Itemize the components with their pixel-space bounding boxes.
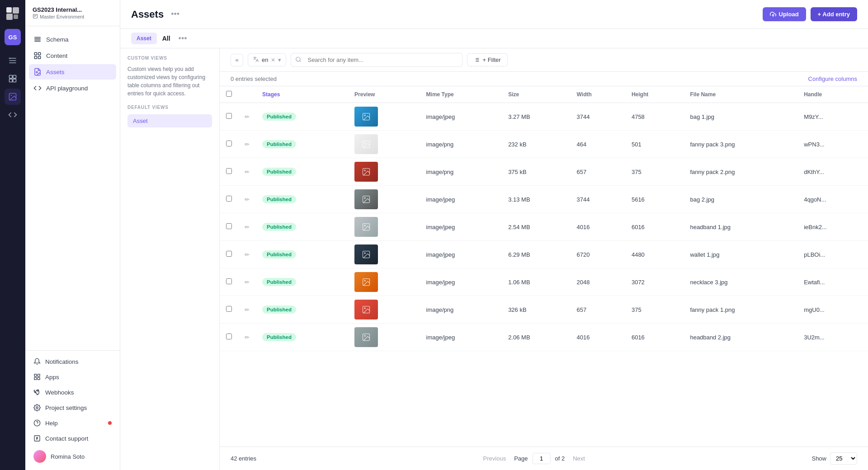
title-more-button[interactable]: ••• (168, 8, 182, 21)
svg-rect-8 (13, 79, 16, 82)
lang-remove-button[interactable]: ✕ (271, 57, 275, 63)
row-height: 3072 (625, 268, 684, 296)
row-checkbox[interactable] (226, 113, 232, 119)
stage-badge: Published (262, 250, 296, 258)
col-height: Height (625, 86, 684, 103)
sidebar-item-api[interactable]: API playground (29, 80, 116, 96)
row-mime: image/png (420, 158, 502, 186)
lang-code: en (262, 56, 268, 63)
entries-header: 0 entries selected Configure columns (220, 72, 868, 86)
row-edit-icon[interactable]: ✏ (245, 196, 250, 203)
svg-rect-0 (6, 7, 12, 13)
row-checkbox[interactable] (226, 334, 232, 339)
row-width: 657 (571, 296, 625, 324)
pagination-center: Previous Page of 2 Next (480, 453, 589, 464)
svg-rect-3 (14, 14, 18, 19)
sidebar-item-assets[interactable]: Assets (29, 64, 116, 80)
previous-page-button[interactable]: Previous (480, 453, 510, 464)
row-edit-icon[interactable]: ✏ (245, 224, 250, 230)
filter-button[interactable]: + Filter (467, 53, 507, 66)
preview-thumbnail (354, 134, 378, 154)
next-page-button[interactable]: Next (569, 453, 589, 464)
sidebar-item-help[interactable]: Help (29, 416, 116, 430)
row-edit-icon[interactable]: ✏ (245, 251, 250, 258)
sidebar-item-content[interactable]: Content (29, 48, 116, 63)
row-width: 4016 (571, 324, 625, 351)
custom-views-description: Custom views help you add customized vie… (127, 65, 212, 98)
row-stage: Published (256, 103, 348, 131)
user-profile-row[interactable]: Romina Soto (29, 446, 116, 466)
row-edit-icon[interactable]: ✏ (245, 306, 250, 313)
row-edit-icon[interactable]: ✏ (245, 141, 250, 148)
sidebar-item-webhooks[interactable]: Webhooks (29, 385, 116, 400)
row-width: 6720 (571, 241, 625, 268)
row-checkbox[interactable] (226, 278, 232, 284)
lang-dropdown-button[interactable]: ▾ (278, 56, 281, 63)
sidebar-schema-icon[interactable] (5, 52, 21, 69)
sidebar-item-project-settings[interactable]: Project settings (29, 400, 116, 415)
preview-thumbnail (354, 107, 378, 127)
translate-icon (253, 56, 259, 64)
row-width: 3744 (571, 103, 625, 131)
row-edit-icon[interactable]: ✏ (245, 279, 250, 286)
row-checkbox-cell (220, 296, 238, 324)
tab-asset[interactable]: Asset (131, 33, 157, 44)
row-edit-cell: ✏ (238, 103, 256, 131)
row-checkbox[interactable] (226, 223, 232, 229)
col-size: Size (502, 86, 570, 103)
table-row: ✏ Published image/jpeg 6.29 MB 6720 4480… (220, 241, 868, 268)
total-pages: of 2 (555, 455, 565, 462)
row-stage: Published (256, 324, 348, 351)
sidebar-item-schema[interactable]: Schema (29, 32, 116, 47)
svg-point-50 (364, 308, 366, 309)
row-edit-icon[interactable]: ✏ (245, 169, 250, 175)
row-filename: fanny pack 1.png (684, 296, 797, 324)
row-preview (348, 103, 420, 131)
add-entry-button[interactable]: + Add entry (811, 7, 857, 21)
svg-rect-20 (38, 377, 40, 380)
page-input[interactable] (533, 453, 551, 464)
row-mime: image/jpeg (420, 241, 502, 268)
row-preview (348, 296, 420, 324)
tab-bar: Asset All ••• (120, 29, 868, 48)
row-width: 2048 (571, 268, 625, 296)
sidebar-content-icon[interactable] (5, 70, 21, 87)
collapse-panel-button[interactable]: « (231, 54, 243, 66)
sidebar-assets-icon[interactable] (5, 89, 21, 105)
svg-rect-19 (38, 374, 40, 376)
show-select[interactable]: 25 50 100 (830, 452, 857, 465)
row-checkbox[interactable] (226, 196, 232, 202)
sidebar-item-apps[interactable]: Apps (29, 370, 116, 384)
row-handle: Ewtafi... (797, 268, 868, 296)
row-checkbox[interactable] (226, 251, 232, 257)
tab-more-button[interactable]: ••• (176, 32, 190, 45)
row-checkbox[interactable] (226, 168, 232, 174)
row-handle: 4qgoN... (797, 186, 868, 213)
upload-button[interactable]: Upload (763, 7, 806, 21)
row-checkbox[interactable] (226, 306, 232, 312)
select-all-checkbox[interactable] (226, 91, 232, 97)
row-checkbox[interactable] (226, 141, 232, 146)
total-entries: 42 entries (231, 455, 256, 462)
sidebar-item-notifications[interactable]: Notifications (29, 354, 116, 369)
sidebar-item-contact-support[interactable]: Contact support (29, 431, 116, 446)
row-checkbox-cell (220, 158, 238, 186)
search-input[interactable] (291, 53, 462, 67)
pagination-right: Show 25 50 100 (811, 452, 857, 465)
custom-views-title: CUSTOM VIEWS (127, 56, 212, 61)
row-size: 1.06 MB (502, 268, 570, 296)
configure-columns-link[interactable]: Configure columns (808, 75, 857, 82)
workspace-avatar[interactable]: GS (5, 29, 21, 45)
row-mime: image/jpeg (420, 213, 502, 241)
preview-thumbnail (354, 327, 378, 347)
default-view-asset[interactable]: Asset (127, 114, 212, 127)
row-edit-icon[interactable]: ✏ (245, 113, 250, 120)
sidebar-api-icon[interactable] (5, 107, 21, 123)
stage-badge: Published (262, 306, 296, 314)
row-edit-icon[interactable]: ✏ (245, 334, 250, 341)
help-notification-dot (108, 421, 112, 425)
tab-all[interactable]: All (160, 32, 172, 45)
row-handle: wPN3... (797, 131, 868, 158)
row-filename: bag 1.jpg (684, 103, 797, 131)
col-stages[interactable]: Stages (256, 86, 348, 103)
